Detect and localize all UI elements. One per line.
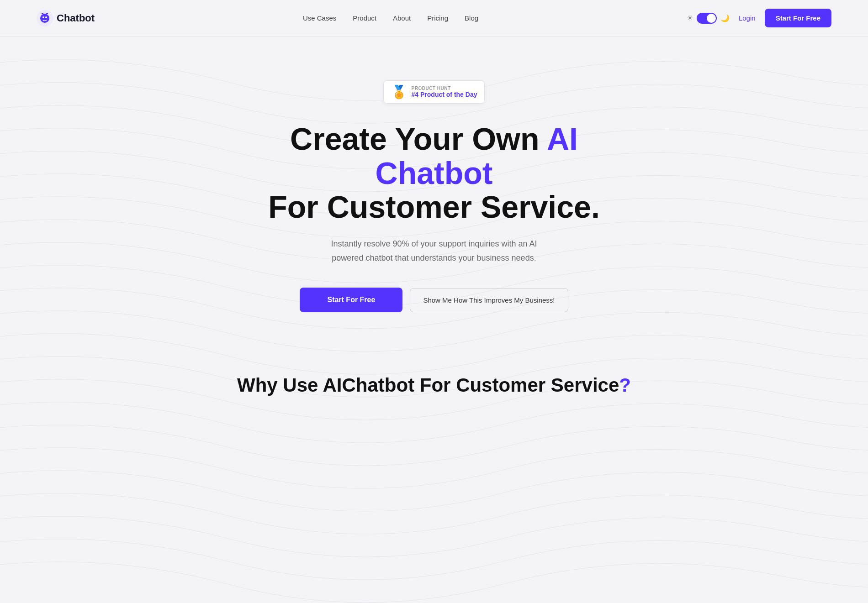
hero-title: Create Your Own AI Chatbot For Customer … [251,122,617,224]
logo-icon [37,10,53,26]
nav-pricing[interactable]: Pricing [427,14,448,22]
nav-product[interactable]: Product [353,14,376,22]
logo-area: Chatbot [37,10,95,26]
svg-point-3 [45,16,47,18]
badge-trophy-icon: 🏅 [391,84,407,100]
svg-point-1 [40,14,49,23]
hero-start-free-button[interactable]: Start For Free [300,288,402,312]
badge-rank: #4 Product of the Day [412,91,477,98]
product-hunt-badge: 🏅 PRODUCT HUNT #4 Product of the Day [383,80,485,104]
why-section-title: Why Use AIChatbot For Customer Service? [237,374,631,396]
why-section: Why Use AIChatbot For Customer Service? [0,347,868,414]
navbar-actions: ☀ 🌙 Login Start For Free [687,9,831,27]
theme-toggle[interactable] [697,13,717,24]
theme-toggle-area: ☀ 🌙 [687,13,730,24]
svg-rect-5 [46,13,48,14]
hero-show-button[interactable]: Show Me How This Improves My Business! [410,288,568,312]
hero-section: 🏅 PRODUCT HUNT #4 Product of the Day Cre… [0,37,868,347]
hero-title-part1: Create Your Own [290,121,547,156]
badge-label: PRODUCT HUNT [412,86,451,91]
navbar: Chatbot Use Cases Product About Pricing … [0,0,868,37]
svg-point-2 [42,16,44,18]
svg-rect-4 [42,13,43,14]
logo-text: Chatbot [57,12,95,24]
why-title-text: Why Use AIChatbot For Customer Service [237,374,619,396]
nav-about[interactable]: About [393,14,411,22]
nav-links: Use Cases Product About Pricing Blog [303,14,478,22]
badge-text: PRODUCT HUNT #4 Product of the Day [412,86,477,98]
why-title-suffix: ? [619,374,631,396]
toggle-knob [707,14,716,23]
moon-icon: 🌙 [720,14,730,22]
hero-title-part2: For Customer Service. [268,189,600,224]
hero-buttons: Start For Free Show Me How This Improves… [300,288,568,312]
nav-blog[interactable]: Blog [465,14,478,22]
nav-use-cases[interactable]: Use Cases [303,14,336,22]
nav-start-free-button[interactable]: Start For Free [765,9,831,27]
hero-subtitle: Instantly resolve 90% of your support in… [320,237,548,265]
login-link[interactable]: Login [739,14,756,22]
sun-icon: ☀ [687,14,693,22]
